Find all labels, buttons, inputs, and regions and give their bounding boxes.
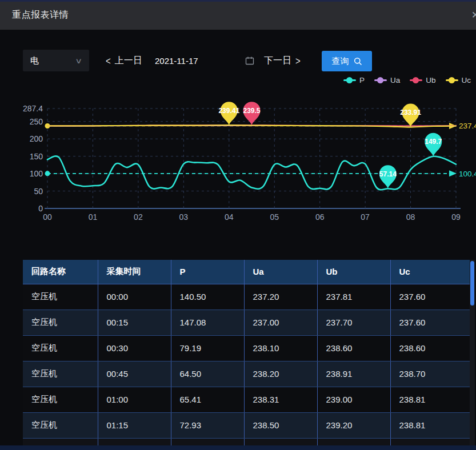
- table-cell: 空压机: [23, 335, 98, 361]
- chevron-left-icon: <: [106, 54, 111, 66]
- table-cell: 237.81: [317, 284, 390, 310]
- y-tick-label: 287.4: [23, 104, 43, 113]
- chevron-right-icon: >: [295, 54, 301, 66]
- table-cell: 239.00: [317, 387, 390, 412]
- y-tick-label: 0: [38, 204, 43, 213]
- x-tick-label: 00: [43, 212, 52, 222]
- y-tick-label: 150: [30, 152, 43, 161]
- column-header: P: [171, 260, 244, 284]
- legend-marker-icon: [374, 79, 387, 81]
- column-header: Ub: [317, 260, 390, 284]
- table-cell: 238.50: [244, 412, 317, 438]
- markline-value-label: 237.4: [459, 122, 476, 130]
- legend-item-Ub[interactable]: Ub: [410, 76, 435, 85]
- y-tick-label: 200: [30, 134, 43, 143]
- table-cell: 空压机: [23, 310, 98, 335]
- markline-start-dot: [45, 171, 50, 176]
- table-cell: 238.10: [244, 335, 317, 361]
- query-button-label: 查询: [332, 56, 349, 67]
- calendar-icon[interactable]: [245, 56, 254, 67]
- column-header: 采集时间: [98, 260, 171, 284]
- close-icon[interactable]: ✕: [471, 9, 476, 21]
- table-cell: 237.70: [317, 310, 390, 335]
- modal-content: 电 ∨ < 上一日 2021-11-17 下一日 > 查询 PUaUbUc 05…: [0, 30, 476, 450]
- x-tick-label: 01: [89, 212, 98, 222]
- table-cell: 238.31: [244, 387, 317, 412]
- markpoint-label: 239.5: [243, 107, 260, 115]
- x-tick-label: 04: [225, 212, 234, 222]
- table-row-partial[interactable]: [23, 438, 470, 445]
- table-row[interactable]: 空压机00:00140.50237.20237.81237.60: [23, 284, 470, 310]
- table-row[interactable]: 空压机00:3079.19238.10238.60238.60: [23, 335, 470, 361]
- legend-label: Ua: [390, 76, 400, 85]
- legend-marker-icon: [410, 79, 422, 81]
- markpoint-label: 57.14: [379, 170, 397, 178]
- x-tick-label: 06: [315, 212, 325, 222]
- legend-item-P[interactable]: P: [343, 76, 365, 85]
- category-select[interactable]: 电 ∨: [23, 50, 89, 71]
- calendar-icon-svg: [245, 56, 254, 65]
- next-day-button[interactable]: 下一日 >: [264, 50, 301, 71]
- table-cell: 64.50: [171, 361, 244, 387]
- x-tick-label: 03: [179, 212, 189, 222]
- table-cell: 00:45: [98, 361, 171, 387]
- table-cell: 00:15: [98, 310, 171, 335]
- table-row[interactable]: 空压机01:0065.41238.31239.00238.81: [23, 387, 470, 412]
- table-cell: 空压机: [23, 387, 98, 412]
- table-cell: 空压机: [23, 412, 98, 438]
- markpoint-label: 233.91: [400, 109, 421, 116]
- report-table-wrap: 回路名称采集时间PUaUbUc 空压机00:00140.50237.20237.…: [23, 260, 470, 445]
- legend-label: Ub: [426, 76, 435, 85]
- legend-marker-icon: [343, 79, 356, 81]
- table-cell: 239.20: [317, 412, 390, 438]
- x-tick-label: 05: [270, 212, 279, 222]
- table-cell: 65.41: [171, 387, 244, 412]
- y-tick-label: 50: [34, 187, 43, 196]
- table-cell: 00:00: [98, 284, 171, 310]
- next-day-label: 下一日: [264, 55, 291, 67]
- table-row[interactable]: 空压机01:1572.93238.50239.20238.81: [23, 412, 470, 438]
- table-cell: 237.60: [390, 284, 470, 310]
- page-title: 重点报表详情: [12, 9, 69, 21]
- query-button[interactable]: 查询: [322, 51, 372, 71]
- table-cell: 238.60: [317, 335, 390, 361]
- table-cell: 空压机: [23, 284, 98, 310]
- table-cell: 72.93: [171, 412, 244, 438]
- markline-arrow-icon: [449, 170, 457, 176]
- line-chart: 050100150200250287.400010203040506070809…: [0, 89, 476, 228]
- table-cell: 237.60: [390, 310, 470, 335]
- prev-day-label: 上一日: [115, 55, 142, 67]
- legend-label: P: [359, 76, 365, 85]
- column-header: Uc: [390, 260, 470, 284]
- x-tick-label: 08: [406, 212, 415, 222]
- scrollbar-thumb[interactable]: [470, 261, 474, 306]
- table-row[interactable]: 空压机00:4564.50238.20238.91238.70: [23, 361, 470, 387]
- table-cell: 238.91: [317, 361, 390, 387]
- table-cell: 00:30: [98, 335, 171, 361]
- modal-titlebar: 重点报表详情 ✕: [0, 0, 476, 30]
- table-cell: 147.08: [171, 310, 244, 335]
- table-cell: 237.20: [244, 284, 317, 310]
- legend-item-Uc[interactable]: Uc: [446, 76, 471, 85]
- y-tick-label: 100: [30, 169, 43, 178]
- table-cell: 79.19: [171, 335, 244, 361]
- table-row[interactable]: 空压机00:15147.08237.00237.70237.60: [23, 310, 470, 335]
- table-cell: 01:15: [98, 412, 171, 438]
- legend-item-Ua[interactable]: Ua: [374, 76, 400, 85]
- legend-marker-icon: [446, 79, 458, 81]
- table-scrollbar[interactable]: [470, 260, 475, 445]
- column-header: Ua: [244, 260, 317, 284]
- report-table: 回路名称采集时间PUaUbUc 空压机00:00140.50237.20237.…: [23, 260, 470, 445]
- column-header: 回路名称: [23, 260, 98, 284]
- table-cell: 01:00: [98, 387, 171, 412]
- table-cell: 238.81: [390, 412, 470, 438]
- prev-day-button[interactable]: < 上一日: [106, 50, 142, 71]
- search-icon: [354, 57, 362, 66]
- category-select-value: 电: [30, 55, 39, 66]
- table-cell: 237.00: [244, 310, 317, 335]
- x-tick-label: 09: [451, 212, 461, 222]
- date-input[interactable]: 2021-11-17: [155, 50, 198, 71]
- table-cell: 238.60: [390, 335, 470, 361]
- x-tick-label: 02: [134, 212, 143, 222]
- table-cell: 空压机: [23, 361, 98, 387]
